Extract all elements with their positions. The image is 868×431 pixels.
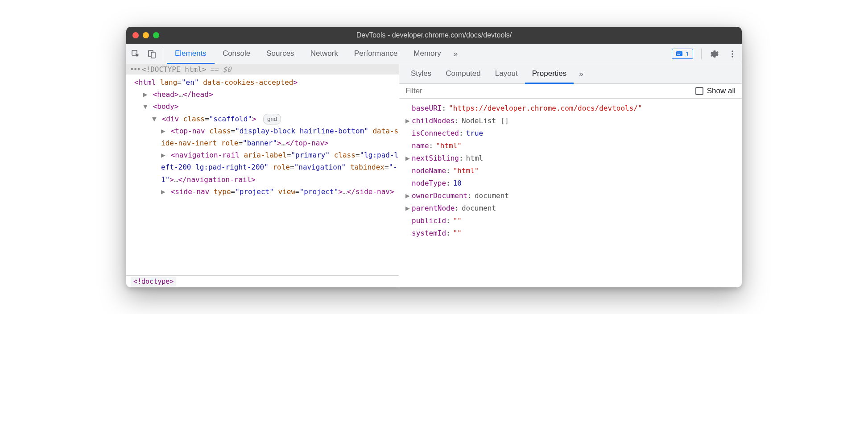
main-tabs-overflow-icon[interactable]: » <box>454 50 458 58</box>
issues-count: 1 <box>686 50 689 58</box>
expand-arrow-icon[interactable]: ▶ <box>161 125 166 137</box>
styles-sidebar: StylesComputedLayoutProperties» Show all… <box>399 64 742 287</box>
svg-point-7 <box>732 53 733 54</box>
expand-arrow-icon[interactable]: ▶ <box>161 186 166 198</box>
dom-node-sidenav[interactable]: ▶ <side-nav type="project" view="project… <box>126 186 399 198</box>
side-tab-layout[interactable]: Layout <box>488 64 525 84</box>
tab-sources[interactable]: Sources <box>258 44 302 64</box>
dom-node-topnav[interactable]: ▶ <top-nav class="display-block hairline… <box>126 125 399 149</box>
tab-performance[interactable]: Performance <box>346 44 405 64</box>
dom-node-head[interactable]: ▶ <head>…</head> <box>126 88 399 100</box>
dom-node-scaffold[interactable]: ▼ <div class="scaffold"> grid <box>126 113 399 125</box>
collapse-arrow-icon[interactable]: ▼ <box>143 100 149 112</box>
breadcrumb[interactable]: <!doctype> <box>126 275 399 287</box>
filter-row: Show all <box>399 84 742 99</box>
property-row[interactable]: publicId:"" <box>405 215 736 227</box>
selection-marker: == $0 <box>210 65 231 74</box>
dom-node-navrail[interactable]: ▶ <navigation-rail aria-label="primary" … <box>126 149 399 186</box>
expand-arrow-icon[interactable]: ▶ <box>405 115 412 127</box>
side-tab-properties[interactable]: Properties <box>525 64 574 84</box>
main-tabs: ElementsConsoleSourcesNetworkPerformance… <box>167 44 449 64</box>
separator <box>701 49 702 59</box>
property-row[interactable]: isConnected:true <box>405 127 736 140</box>
svg-point-8 <box>732 56 733 57</box>
grid-badge[interactable]: grid <box>263 114 281 124</box>
expand-arrow-icon[interactable]: ▶ <box>405 190 412 202</box>
tab-console[interactable]: Console <box>215 44 258 64</box>
collapse-arrow-icon[interactable]: ▼ <box>152 113 157 125</box>
devtools-window: DevTools - developer.chrome.com/docs/dev… <box>126 27 742 287</box>
tab-elements[interactable]: Elements <box>167 44 215 64</box>
property-row[interactable]: ▶nextSibling:html <box>405 152 736 165</box>
side-tabs: StylesComputedLayoutProperties» <box>399 64 742 84</box>
doctype-text: <!DOCTYPE html> <box>142 65 207 74</box>
window-title: DevTools - developer.chrome.com/docs/dev… <box>126 31 742 39</box>
property-row[interactable]: ▶ownerDocument:document <box>405 190 736 202</box>
issues-badge[interactable]: 1 <box>672 49 693 59</box>
show-all-label: Show all <box>707 87 736 95</box>
dom-tree[interactable]: <html lang="en" data-cookies-accepted> ▶… <box>126 75 399 275</box>
tab-network[interactable]: Network <box>302 44 346 64</box>
main-toolbar: ElementsConsoleSourcesNetworkPerformance… <box>126 44 742 64</box>
expand-arrow-icon[interactable]: ▶ <box>161 149 166 161</box>
filter-input[interactable] <box>405 87 695 95</box>
toolbar-left-group <box>131 47 163 61</box>
svg-point-6 <box>732 50 733 52</box>
dom-node-body[interactable]: ▼ <body> <box>126 100 399 112</box>
issues-icon <box>676 50 683 58</box>
property-row[interactable]: baseURI:"https://developer.chrome.com/do… <box>405 102 736 115</box>
titlebar: DevTools - developer.chrome.com/docs/dev… <box>126 27 742 44</box>
side-tab-computed[interactable]: Computed <box>438 64 488 84</box>
expand-arrow-icon[interactable]: ▶ <box>405 152 412 165</box>
show-all-checkbox[interactable] <box>695 87 703 95</box>
show-all-toggle[interactable]: Show all <box>695 87 736 95</box>
svg-rect-3 <box>676 51 682 56</box>
property-row[interactable]: nodeType:10 <box>405 177 736 190</box>
panel-body: ••• <!DOCTYPE html> == $0 <html lang="en… <box>126 64 742 287</box>
properties-list[interactable]: baseURI:"https://developer.chrome.com/do… <box>399 99 742 287</box>
settings-icon[interactable] <box>710 49 719 59</box>
side-tabs-overflow-icon[interactable]: » <box>579 64 583 83</box>
property-row[interactable]: name:"html" <box>405 140 736 152</box>
svg-rect-5 <box>677 54 680 54</box>
property-row[interactable]: ▶childNodes:NodeList [] <box>405 115 736 127</box>
toolbar-right-group: 1 <box>672 49 737 59</box>
kebab-menu-icon[interactable] <box>727 49 737 59</box>
expand-arrow-icon[interactable]: ▶ <box>405 202 412 215</box>
property-row[interactable]: nodeName:"html" <box>405 165 736 177</box>
elements-panel: ••• <!DOCTYPE html> == $0 <html lang="en… <box>126 64 399 287</box>
breadcrumb-item[interactable]: <!doctype> <box>131 277 176 286</box>
property-row[interactable]: systemId:"" <box>405 227 736 240</box>
dom-node-html[interactable]: <html lang="en" data-cookies-accepted> <box>126 76 399 88</box>
svg-rect-2 <box>151 52 155 58</box>
device-toggle-icon[interactable] <box>147 49 157 59</box>
inspect-element-icon[interactable] <box>131 49 141 59</box>
side-tab-styles[interactable]: Styles <box>404 64 438 84</box>
window-controls <box>132 32 159 38</box>
ellipsis-icon: ••• <box>130 65 140 74</box>
minimize-window-button[interactable] <box>143 32 149 38</box>
close-window-button[interactable] <box>132 32 139 38</box>
svg-rect-4 <box>677 53 681 53</box>
selected-dom-line[interactable]: ••• <!DOCTYPE html> == $0 <box>126 64 399 75</box>
property-row[interactable]: ▶parentNode:document <box>405 202 736 215</box>
expand-arrow-icon[interactable]: ▶ <box>143 88 149 100</box>
tab-memory[interactable]: Memory <box>405 44 449 64</box>
maximize-window-button[interactable] <box>153 32 159 38</box>
